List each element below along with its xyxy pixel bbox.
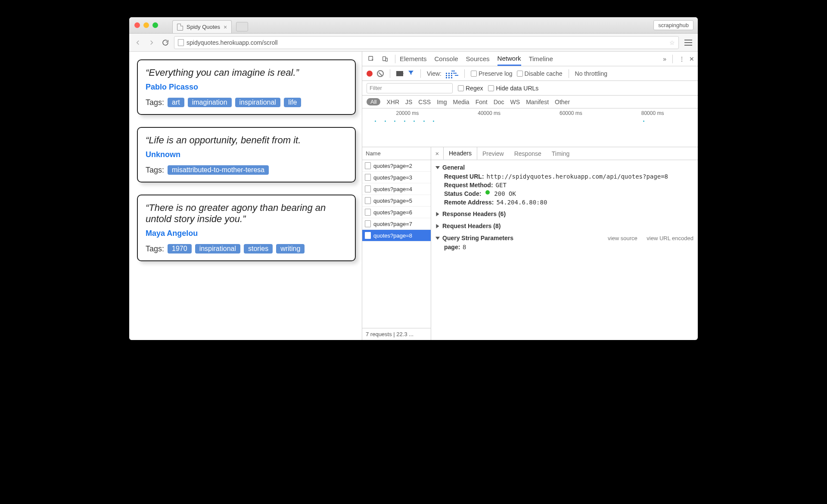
devtools-menu-icon[interactable]: ⋮ bbox=[679, 56, 685, 62]
new-tab-button[interactable] bbox=[236, 22, 248, 31]
status-dot-icon bbox=[485, 190, 490, 195]
file-icon bbox=[365, 174, 371, 181]
hide-data-urls-checkbox[interactable]: Hide data URLs bbox=[488, 85, 538, 92]
tag-pill[interactable]: inspirational bbox=[195, 244, 240, 254]
url-bar: spidyquotes.herokuapp.com/scroll ☆ bbox=[129, 34, 698, 52]
browser-tab[interactable]: Spidy Quotes × bbox=[172, 20, 232, 33]
file-icon bbox=[365, 209, 371, 216]
tag-pill[interactable]: 1970 bbox=[168, 244, 192, 254]
type-filter-xhr[interactable]: XHR bbox=[386, 99, 399, 105]
maximize-window-icon[interactable] bbox=[152, 22, 158, 28]
preserve-log-checkbox[interactable]: Preserve log bbox=[471, 70, 513, 77]
tag-pill[interactable]: stories bbox=[244, 244, 273, 254]
regex-checkbox[interactable]: Regex bbox=[458, 85, 483, 92]
disable-cache-checkbox[interactable]: Disable cache bbox=[517, 70, 563, 77]
type-filter-css[interactable]: CSS bbox=[418, 99, 431, 105]
close-window-icon[interactable] bbox=[134, 22, 140, 28]
tag-pill[interactable]: misattributed-to-mother-teresa bbox=[168, 165, 269, 175]
type-filter-img[interactable]: Img bbox=[437, 99, 447, 105]
file-icon bbox=[365, 186, 371, 192]
type-filter-all[interactable]: All bbox=[367, 98, 380, 105]
request-row[interactable]: quotes?page=8 bbox=[362, 230, 431, 241]
close-detail-icon[interactable]: × bbox=[431, 150, 443, 157]
svg-rect-1 bbox=[383, 56, 386, 60]
filter-input[interactable]: Filter bbox=[367, 83, 453, 93]
request-row[interactable]: quotes?page=2 bbox=[362, 160, 431, 172]
detail-tab-headers[interactable]: Headers bbox=[443, 147, 477, 160]
section-general[interactable]: General bbox=[435, 163, 693, 172]
view-list-icon[interactable] bbox=[446, 68, 447, 78]
tag-pill[interactable]: art bbox=[168, 98, 184, 107]
reload-button[interactable] bbox=[160, 37, 171, 48]
view-source-link[interactable]: view source bbox=[608, 235, 637, 241]
request-name: quotes?page=5 bbox=[373, 198, 412, 204]
type-filter-manifest[interactable]: Manifest bbox=[526, 99, 549, 105]
type-filter-doc[interactable]: Doc bbox=[494, 99, 504, 105]
devtools-tab-sources[interactable]: Sources bbox=[466, 52, 490, 66]
type-filter-other[interactable]: Other bbox=[555, 99, 570, 105]
type-filter-font[interactable]: Font bbox=[476, 99, 488, 105]
detail-tab-timing[interactable]: Timing bbox=[547, 147, 575, 160]
more-tabs-icon[interactable]: » bbox=[663, 56, 666, 62]
quote-tags: Tags:artimaginationinspirationallife bbox=[146, 98, 347, 107]
request-row[interactable]: quotes?page=6 bbox=[362, 207, 431, 218]
type-filter-js[interactable]: JS bbox=[405, 99, 412, 105]
record-icon[interactable] bbox=[367, 71, 373, 77]
tag-pill[interactable]: inspirational bbox=[235, 98, 280, 107]
detail-tab-response[interactable]: Response bbox=[509, 147, 547, 160]
remote-address: 54.204.6.80:80 bbox=[496, 199, 547, 206]
section-query-params[interactable]: Query String Parameters view source view… bbox=[435, 233, 693, 243]
quote-author[interactable]: Maya Angelou bbox=[146, 229, 347, 238]
view-url-encoded-link[interactable]: view URL encoded bbox=[647, 235, 693, 241]
request-method: GET bbox=[496, 182, 507, 189]
profile-button[interactable]: scrapinghub bbox=[653, 20, 693, 30]
view-waterfall-icon[interactable] bbox=[451, 70, 458, 77]
request-row[interactable]: quotes?page=3 bbox=[362, 172, 431, 183]
window-titlebar: Spidy Quotes × scrapinghub bbox=[129, 17, 698, 34]
quote-author[interactable]: Pablo Picasso bbox=[146, 83, 347, 92]
back-button[interactable] bbox=[133, 37, 143, 48]
minimize-window-icon[interactable] bbox=[143, 22, 149, 28]
device-toggle-icon[interactable] bbox=[379, 53, 391, 65]
network-toolbar: View: Preserve log Disable cache No thro… bbox=[362, 66, 698, 81]
forward-button[interactable] bbox=[146, 37, 157, 48]
bookmark-icon[interactable]: ☆ bbox=[669, 39, 675, 46]
tags-label: Tags: bbox=[146, 98, 164, 107]
tag-pill[interactable]: imagination bbox=[188, 98, 232, 107]
screenshot-icon[interactable] bbox=[396, 71, 403, 76]
browser-window: Spidy Quotes × scrapinghub spidyquotes.h… bbox=[129, 17, 698, 340]
devtools-tab-console[interactable]: Console bbox=[435, 52, 458, 66]
request-row[interactable]: quotes?page=5 bbox=[362, 195, 431, 207]
status-code: 200 OK bbox=[494, 190, 516, 197]
clear-icon[interactable] bbox=[377, 70, 384, 77]
timeline-tick: 20000 ms bbox=[396, 110, 419, 116]
devtools-tab-timeline[interactable]: Timeline bbox=[529, 52, 553, 66]
type-filter-media[interactable]: Media bbox=[453, 99, 469, 105]
devtools-tab-network[interactable]: Network bbox=[497, 52, 521, 66]
section-request-headers[interactable]: Request Headers (8) bbox=[435, 221, 693, 231]
type-filter-ws[interactable]: WS bbox=[510, 99, 520, 105]
devtools-tab-elements[interactable]: Elements bbox=[400, 52, 427, 66]
devtools-panel: ElementsConsoleSourcesNetworkTimeline » … bbox=[362, 52, 698, 340]
request-row[interactable]: quotes?page=4 bbox=[362, 183, 431, 195]
tag-pill[interactable]: writing bbox=[276, 244, 305, 254]
close-devtools-icon[interactable]: ✕ bbox=[689, 56, 694, 62]
menu-button[interactable] bbox=[682, 37, 694, 49]
close-tab-icon[interactable]: × bbox=[224, 24, 227, 31]
address-bar[interactable]: spidyquotes.herokuapp.com/scroll ☆ bbox=[174, 36, 679, 49]
section-response-headers[interactable]: Response Headers (6) bbox=[435, 209, 693, 219]
inspect-icon[interactable] bbox=[366, 53, 377, 65]
network-timeline[interactable]: 20000 ms40000 ms60000 ms80000 ms bbox=[362, 108, 698, 147]
request-name: quotes?page=8 bbox=[373, 232, 412, 239]
svg-rect-2 bbox=[386, 58, 387, 61]
url-text: spidyquotes.herokuapp.com/scroll bbox=[187, 39, 278, 46]
quote-author[interactable]: Unknown bbox=[146, 150, 347, 159]
network-filter-bar: Filter Regex Hide data URLs bbox=[362, 81, 698, 96]
tag-pill[interactable]: life bbox=[284, 98, 301, 107]
page-content[interactable]: “Everything you can imagine is real.”Pab… bbox=[129, 52, 362, 340]
detail-tab-preview[interactable]: Preview bbox=[477, 147, 509, 160]
throttling-select[interactable]: No throttling bbox=[575, 70, 607, 77]
request-row[interactable]: quotes?page=7 bbox=[362, 218, 431, 230]
quote-card: “Everything you can imagine is real.”Pab… bbox=[137, 59, 356, 115]
filter-toggle-icon[interactable] bbox=[407, 69, 414, 77]
